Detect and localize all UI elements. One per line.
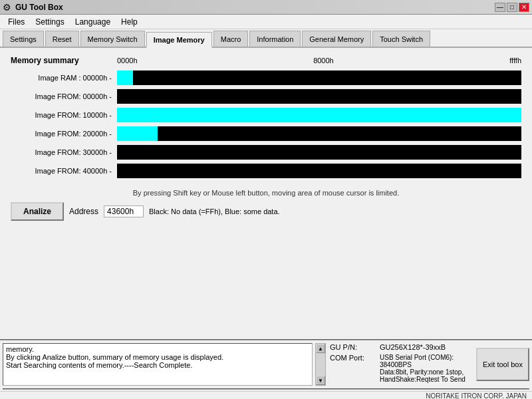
exit-tool-box-button[interactable]: Exit tool box [476, 348, 529, 381]
bar-row-5: Image FROM: 40000h - [11, 164, 521, 178]
memory-header: Memory summary 0000h8000hffffh [11, 56, 521, 65]
bar-label-0: Image RAM : 00000h - [11, 74, 117, 82]
scale-label-1: 8000h [313, 57, 334, 65]
bar-row-3: Image FROM: 20000h - [11, 126, 521, 141]
close-button[interactable]: ✕ [519, 3, 529, 12]
memory-section: Memory summary 0000h8000hffffh Image RAM… [11, 56, 521, 178]
tab-image-memory[interactable]: Image Memory [146, 32, 212, 48]
bar-label-5: Image FROM: 40000h - [11, 167, 117, 175]
bottom-panel: memory. By clicking Analize button, summ… [0, 339, 532, 399]
bar-row-2: Image FROM: 10000h - [11, 108, 521, 122]
bar-track-1[interactable] [117, 89, 521, 104]
com-port-value: USB Serial Port (COM6): 38400BPS Data:8b… [380, 354, 471, 383]
bar-track-5[interactable] [117, 164, 521, 178]
footer-text: NORITAKE ITRON CORP. JAPAN [0, 391, 532, 399]
menu-bar: FilesSettingsLanguageHelp [0, 15, 532, 29]
title-bar: ⚙ GU Tool Box — □ ✕ [0, 0, 532, 15]
log-area: memory. By clicking Analize button, summ… [3, 343, 313, 386]
tab-bar: SettingsResetMemory SwitchImage MemoryMa… [0, 29, 532, 48]
analyze-row: Analize Address Black: No data (=FFh), B… [11, 202, 521, 221]
app-icon: ⚙ [3, 2, 11, 13]
scroll-down-button[interactable]: ▼ [316, 376, 325, 385]
bottom-scrollbar[interactable] [3, 388, 529, 390]
bar-label-4: Image FROM: 30000h - [11, 148, 117, 156]
main-content: Memory summary 0000h8000hffffh Image RAM… [0, 48, 532, 230]
menu-item-help[interactable]: Help [116, 16, 143, 28]
menu-item-settings[interactable]: Settings [30, 16, 69, 28]
bottom-main: memory. By clicking Analize button, summ… [0, 340, 532, 388]
address-desc: Black: No data (=FFh), Blue: some data. [149, 207, 280, 215]
tab-settings[interactable]: Settings [3, 31, 44, 47]
com-port-row: COM Port: USB Serial Port (COM6): 38400B… [330, 354, 471, 383]
bar-label-3: Image FROM: 20000h - [11, 130, 117, 138]
title-text: GU Tool Box [15, 3, 63, 12]
bar-row-4: Image FROM: 30000h - [11, 145, 521, 160]
bar-track-4[interactable] [117, 145, 521, 160]
analize-button[interactable]: Analize [11, 202, 64, 221]
minimize-button[interactable]: — [495, 3, 505, 12]
tab-information[interactable]: Information [249, 31, 301, 47]
bar-fill-1-0 [117, 89, 291, 104]
tab-reset[interactable]: Reset [45, 31, 79, 47]
bar-fill-0-0 [117, 70, 133, 85]
tab-touch-switch[interactable]: Touch Switch [372, 31, 430, 47]
bar-track-3[interactable] [117, 126, 521, 141]
bar-row-1: Image FROM: 00000h - [11, 89, 521, 104]
bars-container: Image RAM : 00000h -Image FROM: 00000h -… [11, 70, 521, 178]
gpu-pn-value: GU256X128*-39xxB [380, 343, 471, 351]
maximize-button[interactable]: □ [507, 3, 517, 12]
hint-text: By pressing Shift key or Mouse left butt… [11, 189, 521, 197]
com-port-label: COM Port: [330, 354, 380, 383]
tab-general-memory[interactable]: General Memory [302, 31, 371, 47]
bar-track-0[interactable] [117, 70, 521, 85]
title-bar-left: ⚙ GU Tool Box [3, 2, 63, 13]
memory-title: Memory summary [11, 56, 117, 65]
bar-fill-2-0 [117, 108, 521, 122]
log-scrollbar[interactable]: ▲ ▼ [315, 343, 326, 386]
memory-scale: 0000h8000hffffh [117, 57, 521, 65]
gpu-pn-row: GU P/N: GU256X128*-39xxB [330, 343, 471, 351]
scale-label-0: 0000h [117, 57, 138, 65]
bar-track-2[interactable] [117, 108, 521, 122]
bar-row-0: Image RAM : 00000h - [11, 70, 521, 85]
log-text: memory. By clicking Analize button, summ… [6, 345, 223, 369]
info-panel: GU P/N: GU256X128*-39xxB COM Port: USB S… [327, 340, 473, 388]
tab-macro[interactable]: Macro [213, 31, 249, 47]
tab-memory-switch[interactable]: Memory Switch [80, 31, 145, 47]
bar-label-1: Image FROM: 00000h - [11, 92, 117, 100]
gpu-pn-label: GU P/N: [330, 343, 380, 351]
bar-fill-3-0 [117, 126, 158, 141]
bar-label-2: Image FROM: 10000h - [11, 111, 117, 119]
menu-item-files[interactable]: Files [3, 16, 30, 28]
address-input[interactable] [104, 205, 144, 217]
address-label: Address [69, 207, 98, 216]
scale-label-2: ffffh [509, 57, 521, 65]
title-buttons: — □ ✕ [495, 3, 529, 12]
scroll-up-button[interactable]: ▲ [316, 344, 325, 353]
menu-item-language[interactable]: Language [70, 16, 116, 28]
